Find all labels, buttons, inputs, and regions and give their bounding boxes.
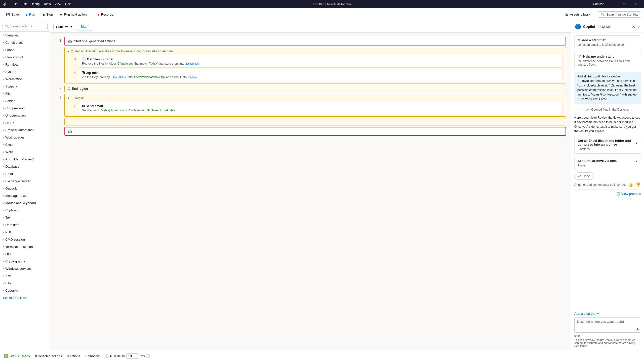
search-flow-container[interactable]: 🔍 Search inside the flow [598, 11, 641, 18]
search-actions-container[interactable]: 🔍 [3, 23, 48, 29]
region-expand-icon[interactable]: ▾ [68, 50, 69, 53]
sidebar-item-email[interactable]: ›Email [0, 170, 50, 177]
sidebar-item-date-time[interactable]: ›Date time [0, 221, 50, 229]
sidebar-item-run-flow[interactable]: ›Run flow [0, 61, 50, 68]
copilot-close-button[interactable]: ✕ [632, 24, 635, 29]
zip-files-desc: Zip the file(s)/folder(s) ExcelFiles int… [82, 75, 559, 79]
close-button[interactable]: × [630, 0, 641, 8]
end-region-card-1[interactable]: ⊡ End region [64, 85, 566, 92]
sidebar-item-http[interactable]: ›HTTP [0, 119, 50, 126]
sidebar-item-file[interactable]: ›File [0, 90, 50, 97]
region-card-1[interactable]: ▾ ⊡ Region Get all Excel files in the fo… [64, 47, 566, 83]
sidebar-item-conditionals[interactable]: ›Conditionals [0, 39, 50, 46]
menu-file[interactable]: File [13, 2, 17, 6]
sidebar-item-mouse-keyboard[interactable]: ›Mouse and keyboard [0, 199, 50, 207]
stop-button[interactable]: Stop [39, 11, 56, 18]
recorder-button[interactable]: Recorder [94, 11, 117, 18]
ai-end-card[interactable]: 🤖 [64, 127, 566, 136]
designer-label: 🔗 [586, 108, 590, 111]
sidebar-item-label: HTTP [5, 121, 14, 125]
see-terms-link[interactable]: See terms [574, 344, 587, 347]
main-tab[interactable]: Main [77, 23, 93, 30]
copilot-more-button[interactable]: ⋯ [626, 24, 630, 29]
see-more-actions-link[interactable]: See more actions [0, 294, 50, 302]
copilot-logo: 🔵 [575, 24, 581, 30]
chevron-right-icon: › [3, 85, 4, 88]
sidebar-item-cmd-session[interactable]: ›CMD session [0, 236, 50, 243]
excel-files-var2: ExcelFiles [112, 75, 127, 79]
menu-edit[interactable]: Edit [21, 2, 27, 6]
menu-tools[interactable]: Tools [44, 2, 51, 6]
sidebar-item-ai-builder[interactable]: ›AI Builder (Preview) [0, 156, 50, 163]
sidebar-item-flow-control[interactable]: ›Flow control [0, 54, 50, 61]
flow-section-1[interactable]: Get all Excel files in the folder and co… [574, 136, 641, 154]
sidebar-item-ftp[interactable]: ›FTP [0, 280, 50, 287]
thumbs-up-button[interactable]: 👍 [628, 182, 633, 187]
restore-button[interactable]: □ [618, 0, 630, 8]
sidebar-item-text[interactable]: ›Text [0, 214, 50, 221]
run-button[interactable]: Run [23, 11, 38, 18]
region-card-2[interactable]: ▾ ⊡ Region 7 ✉ Send email [64, 94, 566, 117]
sidebar-item-system[interactable]: ›System [0, 68, 50, 75]
sidebar-item-xml[interactable]: ›XML [0, 272, 50, 280]
menu-help[interactable]: Help [65, 2, 71, 6]
sidebar-item-loops[interactable]: ›Loops [0, 46, 50, 54]
sidebar-item-compression[interactable]: ›Compression [0, 105, 50, 112]
next-icon [60, 13, 63, 16]
sidebar-item-ocr[interactable]: ›OCR [0, 250, 50, 258]
chevron-right-icon: › [3, 165, 4, 168]
review-message: Here's your flow! Review the flow's acti… [574, 115, 641, 133]
sidebar-item-word[interactable]: ›Word [0, 148, 50, 156]
sidebar-item-excel[interactable]: ›Excel [0, 141, 50, 148]
thumbs-down-button[interactable]: 👎 [636, 182, 641, 187]
ai-start-card[interactable]: 🤖 Start of AI generated actions [64, 37, 566, 46]
sidebar-item-label: Windows services [5, 267, 31, 270]
subflows-button[interactable]: Subflows ▾ [53, 24, 75, 30]
prompt-input[interactable] [574, 318, 641, 333]
sidebar-item-exchange-server[interactable]: ›Exchange Server [0, 177, 50, 185]
sidebar-item-variables[interactable]: ›Variables [0, 32, 50, 39]
sidebar-item-outlook[interactable]: ›Outlook [0, 185, 50, 192]
undo-button[interactable]: ↩ Undo [574, 172, 594, 180]
sidebar-item-terminal-emulation[interactable]: ›Terminal emulation [0, 243, 50, 250]
sidebar-item-work-queues[interactable]: ›Work queues [0, 134, 50, 141]
get-files-action[interactable]: 📄 Get files in folder Retrieve the files… [79, 55, 563, 68]
search-actions-input[interactable] [10, 24, 45, 28]
send-email-action[interactable]: ✉ Send email Send email to 'sales@contos… [79, 102, 563, 114]
sidebar-item-workstation[interactable]: ›Workstation [0, 75, 50, 83]
sidebar-item-browser-automation[interactable]: ›Browser automation [0, 126, 50, 134]
sidebar-item-scripting[interactable]: ›Scripting [0, 83, 50, 90]
minimize-button[interactable]: − [607, 0, 618, 8]
copilot-expand-button[interactable]: ⤢ [637, 24, 640, 29]
sidebar-item-pdf[interactable]: ›PDF [0, 229, 50, 236]
region-expand-icon-2[interactable]: ▾ [68, 96, 69, 100]
zip-files-action[interactable]: 🗜 Zip files Zip the file(s)/folder(s) Ex… [79, 69, 563, 81]
sidebar-item-clipboard[interactable]: ›Clipboard [0, 207, 50, 214]
assets-library-button[interactable]: 🏛 Assets Library [562, 11, 593, 18]
menu-view[interactable]: View [55, 2, 61, 6]
chevron-right-icon: › [3, 92, 4, 95]
prompt-send-button[interactable]: ➤ [636, 326, 639, 332]
suggestion-help[interactable]: ❓ Help me understand the difference betw… [574, 52, 641, 69]
suggestion-add-step[interactable]: ⊕ Add a step that sends an email to lee@… [574, 35, 641, 49]
sidebar-item-ui-automation[interactable]: ›UI automation [0, 112, 50, 119]
sidebar-item-database[interactable]: ›Database [0, 163, 50, 170]
sidebar-item-windows-services[interactable]: ›Windows services [0, 265, 50, 272]
sidebar-item-label: UI automation [5, 114, 26, 117]
sidebar-item-cryptography[interactable]: ›Cryptography [0, 258, 50, 265]
region-label-2: Region [75, 96, 85, 100]
flow-section-2[interactable]: Send the archive via email ▾ 1 action [574, 156, 641, 170]
save-button[interactable]: Save [3, 11, 22, 18]
sidebar-item-cyberark[interactable]: ›CyberArk [0, 287, 50, 294]
run-next-button[interactable]: Run next action [57, 11, 90, 18]
sidebar-item-message-boxes[interactable]: ›Message boxes [0, 192, 50, 199]
menu-debug[interactable]: Debug [31, 2, 39, 6]
sidebar-item-label: Exchange Server [5, 179, 30, 183]
delay-value-input[interactable] [126, 353, 139, 359]
end-region-card-2[interactable]: ⊡ [64, 118, 566, 125]
action-num-8: 8 [55, 118, 61, 124]
view-prompts-button[interactable]: 📋 View prompts [616, 192, 641, 196]
sidebar-item-folder[interactable]: ›Folder [0, 97, 50, 105]
add-step-label[interactable]: Add a step that ▾ [574, 312, 641, 315]
chevron-right-icon: › [3, 129, 4, 131]
